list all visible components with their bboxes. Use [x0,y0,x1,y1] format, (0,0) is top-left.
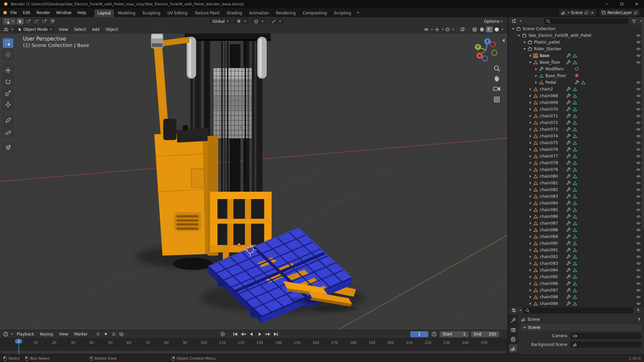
badge-wrench-icon[interactable] [575,80,579,85]
timeline-menu-playback[interactable]: Playback [14,330,37,338]
outliner-row-chain070[interactable]: chain070 [508,106,644,113]
badge-wrench-icon[interactable] [566,275,571,279]
disclosure-right-icon[interactable] [528,222,533,225]
outliner-row-chain084[interactable]: chain084 [508,200,644,206]
outliner-row-chain088[interactable]: chain088 [508,227,644,233]
interaction-mode-dropdown[interactable]: Object Mode [15,26,54,33]
disclosure-right-icon[interactable] [528,282,533,285]
outliner-row-chain081[interactable]: chain081 [508,180,644,186]
badge-meshdata-icon[interactable] [573,234,577,239]
badge-wrench-icon[interactable] [566,201,571,205]
menu-window[interactable]: Window [53,9,74,16]
disclosure-right-icon[interactable] [534,68,538,70]
outliner-row-chain085[interactable]: chain085 [508,206,644,213]
shading-material-icon[interactable] [486,26,493,33]
tool-scale[interactable] [3,88,13,98]
shading-wireframe-icon[interactable] [471,26,478,33]
shading-rendered-icon[interactable] [493,26,500,33]
workspace-tab-rendering[interactable]: Rendering [272,9,299,17]
badge-wrench-icon[interactable] [566,228,571,232]
badge-wrench-icon[interactable] [566,100,571,105]
badge-meshdata-icon[interactable] [573,60,577,65]
preview-range-clock-icon[interactable] [431,331,437,337]
hide-toggle-eye-icon[interactable] [636,47,641,52]
outliner-row-chain079[interactable]: chain079 [508,166,644,173]
outliner-row-chain075[interactable]: chain075 [508,139,644,146]
select-mode-extend[interactable] [25,18,32,24]
hide-toggle-eye-icon[interactable] [636,194,641,199]
hide-toggle-eye-icon[interactable] [636,188,641,193]
hide-toggle-eye-icon[interactable] [636,34,641,39]
outliner-row-pedal[interactable]: Pedal [508,79,644,86]
badge-wrench-icon[interactable] [566,87,571,92]
hide-toggle-eye-icon[interactable] [636,147,641,153]
badge-material-icon[interactable] [575,73,579,78]
play-reverse-button[interactable] [248,331,255,337]
badge-meshdata-icon[interactable] [573,301,577,306]
tool-transform[interactable] [3,100,13,109]
outliner-row-chain094[interactable]: chain094 [508,267,644,274]
outliner-row-chain080[interactable]: chain080 [508,173,644,180]
disclosure-right-icon[interactable] [528,289,533,292]
disclosure-right-icon[interactable] [528,202,533,204]
timeline-menu-keying[interactable]: Keying [37,330,56,338]
disclosure-right-icon[interactable] [528,255,533,258]
object-visibility-icon[interactable] [423,26,430,33]
workspace-tab-layout[interactable]: Layout [94,9,114,17]
outliner-row-chain069[interactable]: chain069 [508,99,644,106]
properties-search-input[interactable] [523,307,633,313]
workspace-tab-compositing[interactable]: Compositing [299,9,330,17]
outliner-row-chain2[interactable]: chain2 [508,86,644,93]
background-scene-field[interactable] [571,342,641,348]
badge-wrench-icon[interactable] [566,114,571,118]
badge-meshdata-icon[interactable] [573,201,577,205]
disclosure-right-icon[interactable] [528,188,533,191]
badge-wrench-icon[interactable] [566,194,571,199]
outliner-row-chain092[interactable]: chain092 [508,253,644,260]
badge-meshdata-icon[interactable] [573,194,577,199]
falloff-dropdown[interactable] [268,18,284,24]
disclosure-right-icon[interactable] [528,235,533,238]
timeline-scrollbar[interactable] [1,351,506,353]
disclosure-right-icon[interactable] [528,269,533,272]
timeline-track-area[interactable] [0,347,507,355]
badge-meshdata-icon[interactable] [573,295,577,299]
badge-wrench-icon[interactable] [566,261,571,266]
hide-toggle-eye-icon[interactable] [636,268,641,273]
outliner-row-chain071[interactable]: chain071 [508,113,644,119]
disclosure-right-icon[interactable] [528,242,533,245]
viewport-menu-object[interactable]: Object [103,26,121,33]
badge-meshdata-icon[interactable] [573,127,577,132]
tool-measure[interactable] [3,127,13,136]
select-mode-intersect[interactable] [49,18,56,24]
badge-wrench-icon[interactable] [566,295,571,299]
disclosure-right-icon[interactable] [528,229,533,231]
outliner-row-scene-collection[interactable]: Scene Collection [508,25,644,32]
hide-toggle-eye-icon[interactable] [636,134,641,139]
hide-toggle-eye-icon[interactable] [636,228,641,233]
outliner-row-chain068[interactable]: chain068 [508,93,644,99]
badge-meshdata-icon[interactable] [573,154,577,159]
badge-meshdata-icon[interactable] [573,120,577,125]
badge-meshdata-icon[interactable] [573,94,577,98]
disclosure-right-icon[interactable] [528,128,533,131]
hide-toggle-eye-icon[interactable] [636,221,641,226]
outliner-row-chain089[interactable]: chain089 [508,233,644,240]
hide-toggle-eye-icon[interactable] [636,215,641,220]
hide-toggle-eye-icon[interactable] [636,60,641,65]
badge-wrench-icon[interactable] [566,120,571,125]
workspace-tab-modeling[interactable]: Modeling [114,9,139,17]
editor-type-outliner-icon[interactable] [511,18,517,24]
badge-wrench-icon[interactable] [566,181,571,185]
hide-toggle-eye-icon[interactable] [636,168,641,173]
disclosure-right-icon[interactable] [528,54,533,57]
badge-wrench-icon[interactable] [566,167,571,172]
hide-toggle-eye-icon[interactable] [636,261,641,266]
badge-wrench-icon[interactable] [566,214,571,219]
layers-icon[interactable] [118,331,125,337]
tab-tool[interactable] [509,316,518,324]
outliner-search-input[interactable] [544,18,629,24]
outliner-row-chain077[interactable]: chain077 [508,153,644,160]
outliner-row-chain097[interactable]: chain097 [508,287,644,294]
disclosure-right-icon[interactable] [528,276,533,278]
